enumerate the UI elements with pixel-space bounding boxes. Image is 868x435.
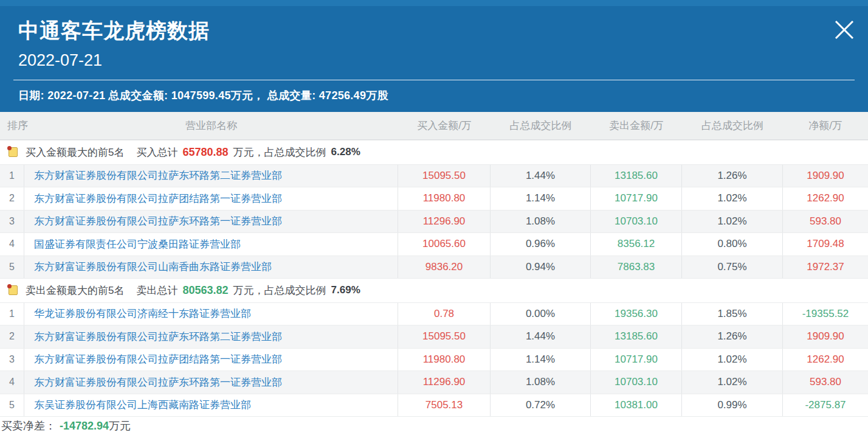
sell-ratio-cell: 1.26% <box>682 165 783 187</box>
table-row: 1 华龙证券股份有限公司济南经十东路证券营业部 0.78 0.00% 19356… <box>0 302 868 325</box>
buy-ratio-cell: 0.96% <box>491 233 591 256</box>
buy-ratio-cell: 1.14% <box>491 187 591 210</box>
section-total-percent: 6.28% <box>331 146 360 158</box>
table-row: 5 东方财富证券股份有限公司山南香曲东路证券营业部 9836.20 0.94% … <box>0 256 868 279</box>
rank-cell: 2 <box>0 187 24 210</box>
buy-amount-cell: 10065.60 <box>398 233 491 256</box>
section-total-value: 65780.88 <box>182 146 228 159</box>
buy-amount-cell: 11296.90 <box>398 371 491 394</box>
branch-name-link[interactable]: 东方财富证券股份有限公司山南香曲东路证券营业部 <box>24 256 398 279</box>
sell-amount-cell: 13185.60 <box>591 325 682 348</box>
net-diff-label: 买卖净差： <box>1 419 56 433</box>
net-amount-cell: 1709.48 <box>783 233 868 256</box>
buy-ratio-cell: 1.44% <box>491 325 591 348</box>
column-header-sell-amount: 卖出金额/万 <box>591 119 682 133</box>
header-date: 2022-07-21 <box>18 50 868 71</box>
section-total-value: 80563.82 <box>182 284 228 297</box>
rank-cell: 3 <box>0 211 24 233</box>
header-top-strip <box>0 0 868 6</box>
section-total-label: 买入总计 <box>136 145 177 159</box>
pin-icon <box>7 146 12 150</box>
buy-amount-cell: 0.78 <box>398 303 491 325</box>
branch-name-link[interactable]: 东方财富证券股份有限公司拉萨东环路第二证券营业部 <box>24 165 398 187</box>
note-icon <box>9 285 18 295</box>
rank-cell: 2 <box>0 325 24 348</box>
rank-cell: 1 <box>0 303 24 325</box>
net-diff-unit: 万元 <box>109 419 131 433</box>
buy-ratio-cell: 1.08% <box>491 371 591 394</box>
buy-amount-cell: 11296.90 <box>398 211 491 233</box>
branch-name-link[interactable]: 东方财富证券股份有限公司拉萨团结路第一证券营业部 <box>24 349 398 371</box>
column-header-branch: 营业部名称 <box>24 119 398 133</box>
section-unit-label: 万元，占总成交比例 <box>233 145 326 159</box>
table-row: 3 东方财富证券股份有限公司拉萨东环路第一证券营业部 11296.90 1.08… <box>0 210 868 233</box>
rank-cell: 4 <box>0 233 24 256</box>
sell-amount-cell: 10717.90 <box>591 349 682 371</box>
buy-amount-cell: 15095.50 <box>398 165 491 187</box>
sell-ratio-cell: 0.75% <box>682 256 783 279</box>
sell-top5-header: 卖出金额最大的前5名 卖出总计 80563.82 万元，占总成交比例 7.69% <box>0 278 868 302</box>
table-header-row: 排序 营业部名称 买入金额/万 占总成交比例 卖出金额/万 占总成交比例 净额/… <box>0 112 868 140</box>
table-row: 1 东方财富证券股份有限公司拉萨东环路第二证券营业部 15095.50 1.44… <box>0 164 868 187</box>
sell-ratio-cell: 1.02% <box>682 371 783 394</box>
buy-amount-cell: 15095.50 <box>398 325 491 348</box>
sell-amount-cell: 8356.12 <box>591 233 682 256</box>
net-diff-value: -14782.94 <box>60 420 109 433</box>
buy-top5-rows: 1 东方财富证券股份有限公司拉萨东环路第二证券营业部 15095.50 1.44… <box>0 164 868 279</box>
header-divider <box>13 80 855 80</box>
rank-cell: 3 <box>0 349 24 371</box>
net-amount-cell: -19355.52 <box>783 303 868 325</box>
section-title: 买入金额最大的前5名 <box>26 145 124 159</box>
header-summary: 日期: 2022-07-21 总成交金额: 1047599.45万元， 总成交量… <box>18 88 868 103</box>
close-icon <box>833 19 855 41</box>
column-header-rank: 排序 <box>0 119 24 133</box>
buy-ratio-cell: 1.08% <box>491 211 591 233</box>
sell-top5-rows: 1 华龙证券股份有限公司济南经十东路证券营业部 0.78 0.00% 19356… <box>0 302 868 417</box>
branch-name-link[interactable]: 国盛证券有限责任公司宁波桑田路证券营业部 <box>24 233 398 256</box>
branch-name-link[interactable]: 华龙证券股份有限公司济南经十东路证券营业部 <box>24 303 398 325</box>
buy-amount-cell: 7505.13 <box>398 394 491 417</box>
buy-ratio-cell: 1.44% <box>491 165 591 187</box>
net-amount-cell: 1262.90 <box>783 349 868 371</box>
rank-cell: 4 <box>0 371 24 394</box>
sell-amount-cell: 19356.30 <box>591 303 682 325</box>
sell-amount-cell: 13185.60 <box>591 165 682 187</box>
sell-ratio-cell: 1.02% <box>682 187 783 210</box>
section-unit-label: 万元，占总成交比例 <box>233 284 326 298</box>
branch-name-link[interactable]: 东方财富证券股份有限公司拉萨东环路第二证券营业部 <box>24 325 398 348</box>
branch-name-link[interactable]: 东方财富证券股份有限公司拉萨团结路第一证券营业部 <box>24 187 398 210</box>
rank-cell: 5 <box>0 256 24 279</box>
sell-amount-cell: 7863.83 <box>591 256 682 279</box>
table-row: 5 东吴证券股份有限公司上海西藏南路证券营业部 7505.13 0.72% 10… <box>0 394 868 417</box>
buy-ratio-cell: 1.14% <box>491 349 591 371</box>
table-row: 2 东方财富证券股份有限公司拉萨东环路第二证券营业部 15095.50 1.44… <box>0 325 868 348</box>
branch-name-link[interactable]: 东方财富证券股份有限公司拉萨东环路第一证券营业部 <box>24 371 398 394</box>
sell-ratio-cell: 1.02% <box>682 211 783 233</box>
sell-ratio-cell: 1.02% <box>682 349 783 371</box>
note-icon <box>9 147 18 157</box>
sell-ratio-cell: 0.99% <box>682 394 783 417</box>
pin-icon <box>7 284 12 288</box>
net-amount-cell: 1972.37 <box>783 256 868 279</box>
modal-header: 中通客车龙虎榜数据 2022-07-21 日期: 2022-07-21 总成交金… <box>0 0 868 112</box>
branch-name-link[interactable]: 东方财富证券股份有限公司拉萨东环路第一证券营业部 <box>24 211 398 233</box>
sell-ratio-cell: 0.80% <box>682 233 783 256</box>
buy-amount-cell: 11980.80 <box>398 187 491 210</box>
buy-ratio-cell: 0.94% <box>491 256 591 279</box>
net-amount-cell: -2875.87 <box>783 394 868 417</box>
rank-cell: 1 <box>0 165 24 187</box>
sell-ratio-cell: 1.26% <box>682 325 783 348</box>
net-diff-footer: 买卖净差： -14782.94 万元 <box>0 416 868 435</box>
sell-ratio-cell: 1.85% <box>682 303 783 325</box>
sell-amount-cell: 10703.10 <box>591 371 682 394</box>
buy-top5-section: 买入金额最大的前5名 买入总计 65780.88 万元，占总成交比例 6.28%… <box>0 140 868 278</box>
buy-amount-cell: 11980.80 <box>398 349 491 371</box>
page-title: 中通客车龙虎榜数据 <box>18 17 868 44</box>
close-button[interactable] <box>832 17 857 43</box>
buy-amount-cell: 9836.20 <box>398 256 491 279</box>
buy-ratio-cell: 0.00% <box>491 303 591 325</box>
branch-name-link[interactable]: 东吴证券股份有限公司上海西藏南路证券营业部 <box>24 394 398 417</box>
net-amount-cell: 593.80 <box>783 211 868 233</box>
table-row: 3 东方财富证券股份有限公司拉萨团结路第一证券营业部 11980.80 1.14… <box>0 348 868 371</box>
section-total-label: 卖出总计 <box>136 284 177 298</box>
